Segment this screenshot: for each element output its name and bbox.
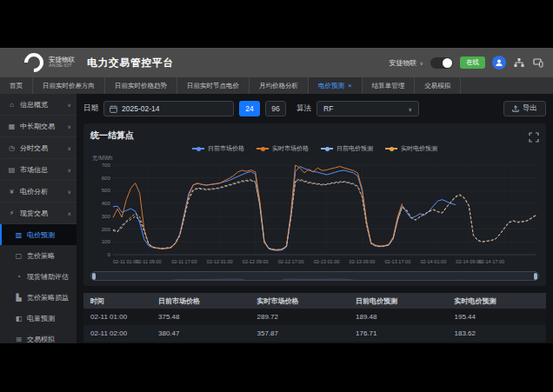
tab-label: 月均价格分析 [259,82,298,90]
date-picker[interactable]: 2025-02-14 [103,101,234,116]
strategy-icon: ▢ [15,252,23,260]
filter-toolbar: 日期 2025-02-14 24 96 算法 RF ∨ 导出 [83,99,546,118]
tab-5[interactable]: 电价预测× [309,77,363,94]
svg-text:600: 600 [102,175,111,181]
sidebar-subitem-label: 竞价策略 [27,251,55,261]
chevron-icon: ∨ [68,102,71,108]
legend-label: 实时电价预测 [401,144,437,153]
table-col-header: 日前市场价格 [151,293,250,309]
tab-1[interactable]: 日前实时价差方向 [33,77,105,94]
svg-text:02-11 01:00: 02-11 01:00 [113,259,138,264]
sidebar-nav: ⌂信息概览∨▦中长期交易∨◷分时交易∨▤市场信息∨¥电价分析∨⚡现货交易∧▥电价… [0,94,77,343]
sidebar-subitem-5-2[interactable]: ◔现货辅助评估 [0,266,77,287]
sidebar-subitem-5-3[interactable]: ▙竞价策略损益 [0,287,77,308]
chevron-icon: ∧ [68,210,71,216]
tab-0[interactable]: 首页 [0,77,33,94]
table-header-row: 时间日前市场价格实时市场价格日前电价预测实时电价预测 [83,293,546,309]
table-cell: 02-11 02:00 [83,325,151,342]
tab-label: 交易模拟 [424,82,450,90]
table-cell: 189.48 [349,309,448,325]
user-avatar[interactable] [492,56,506,70]
svg-text:02-14 01:00: 02-14 01:00 [420,259,446,264]
sitemap-icon[interactable] [513,56,525,69]
sidebar-item-label: 信息概览 [20,100,63,110]
table-cell: 289.72 [250,309,350,325]
svg-text:02-13 01:00: 02-13 01:00 [314,259,340,264]
sidebar-item-0[interactable]: ⌂信息概览∨ [0,94,77,116]
sidebar-item-3[interactable]: ▤市场信息∨ [0,159,77,181]
sidebar-item-label: 现货交易 [20,209,63,218]
forecast-icon: ▥ [15,231,23,239]
table-cell: 209.58 [448,342,547,343]
brand-subtitle: ANJIE-IOT [49,63,75,69]
sidebar-subitem-5-1[interactable]: ▢竞价策略 [0,245,77,266]
svg-text:400: 400 [102,200,111,206]
data-zoom-slider[interactable] [90,271,539,281]
tab-7[interactable]: 交易模拟 [415,77,461,94]
zoom-preview [91,276,538,281]
zoom-right-handle[interactable] [534,273,537,280]
fullscreen-icon[interactable] [529,130,539,141]
sidebar-item-label: 中长期交易 [20,122,63,131]
sidebar-item-5[interactable]: ⚡现货交易∧ [0,203,77,224]
energy-icon: ◧ [15,315,23,322]
sidebar-subitem-label: 电价预测 [27,230,55,240]
svg-text:300: 300 [102,213,111,219]
legend-item-2[interactable]: 日前电价预测 [321,144,373,153]
tenant-name: 安捷物联 [390,58,417,68]
tenant-dropdown[interactable]: 安捷物联 ∨ [390,58,423,68]
table-cell: 292.22 [250,342,350,343]
zoom-left-handle[interactable] [92,273,96,280]
sidebar-item-4[interactable]: ¥电价分析∨ [0,181,77,203]
table-cell: 357.87 [250,325,350,342]
sidebar-subitem-5-0[interactable]: ▥电价预测 [0,224,77,245]
table-cell: 330.71 [151,342,250,343]
sidebar-subitem-5-5[interactable]: ⊞交易模拟 [0,329,77,343]
svg-text:500: 500 [102,187,111,193]
sidebar-item-2[interactable]: ◷分时交易∨ [0,137,77,159]
tab-label: 首页 [10,82,23,90]
tab-close-icon[interactable]: × [348,82,352,90]
tab-3[interactable]: 日前实时节点电价 [177,77,250,94]
chevron-icon: ∨ [68,167,71,173]
legend-marker-icon [321,148,333,149]
legend-item-0[interactable]: 日前市场价格 [192,144,244,153]
tab-label: 日前实时价差方向 [43,82,95,90]
interval-24-button[interactable]: 24 [239,101,260,116]
table-col-header: 实时市场价格 [250,293,350,309]
sidebar-item-1[interactable]: ▦中长期交易∨ [0,116,77,137]
sidebar-subitem-label: 现货辅助评估 [27,272,69,282]
price-chart: 010020030040050060070002-11 01:0002-11 0… [90,163,539,265]
tab-4[interactable]: 月均价格分析 [250,77,309,94]
series-line [113,179,536,249]
tab-label: 结算单管理 [372,82,405,90]
app-header: 安捷物联 ANJIE-IOT 电力交易管控平台 安捷物联 ∨ 在线 [0,48,553,77]
legend-item-3[interactable]: 实时电价预测 [385,144,437,153]
devices-icon[interactable] [532,56,544,69]
price-table: 时间日前市场价格实时市场价格日前电价预测实时电价预测 02-11 01:0037… [83,293,546,343]
chevron-down-icon: ∨ [409,106,412,112]
tab-2[interactable]: 日前实时价格趋势 [105,77,177,94]
table-cell: 02-11 01:00 [83,309,151,325]
legend-label: 实时市场价格 [272,144,309,153]
theme-toggle[interactable] [430,57,453,69]
main-content: 日期 2025-02-14 24 96 算法 RF ∨ 导出 [77,94,553,343]
svg-text:200: 200 [102,226,111,232]
legend-item-1[interactable]: 实时市场价格 [257,144,309,153]
header-actions: 安捷物联 ∨ 在线 [390,56,544,70]
chevron-icon: ∨ [68,123,71,130]
export-button[interactable]: 导出 [503,101,546,116]
table-col-header: 日前电价预测 [349,293,448,309]
algorithm-select[interactable]: RF ∨ [316,101,419,116]
table-cell: 176.71 [349,325,448,342]
interval-96-button[interactable]: 96 [265,101,286,116]
table-cell: 195.44 [448,309,547,325]
export-icon [512,105,519,112]
svg-text:02-11 09:00: 02-11 09:00 [136,259,161,264]
svg-text:02-12 01:00: 02-12 01:00 [207,259,233,264]
svg-text:100: 100 [102,238,111,244]
sidebar-subitem-5-4[interactable]: ◧电量预测 [0,308,77,329]
sidebar-item-label: 分时交易 [20,143,63,153]
tab-6[interactable]: 结算单管理 [363,77,416,94]
table-body: 02-11 01:00375.48289.72189.48195.4402-11… [83,309,546,343]
